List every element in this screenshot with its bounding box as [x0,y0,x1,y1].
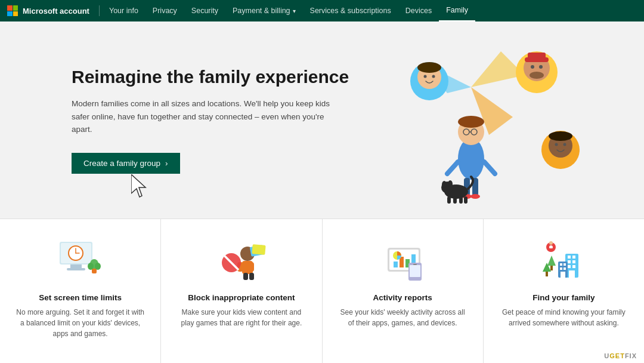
feature-activity: Activity reports See your kids' weekly a… [323,219,484,363]
svg-rect-85 [561,272,565,278]
family-illustration [370,39,596,213]
hero-content: Reimagine the family experience Modern f… [72,66,349,174]
svg-rect-19 [447,196,451,204]
nav-devices[interactable]: Devices [398,0,439,21]
svg-point-12 [470,194,480,199]
svg-rect-79 [569,270,575,278]
svg-rect-76 [572,260,575,263]
create-family-group-button[interactable]: Create a family group › [72,153,180,174]
svg-rect-77 [568,265,571,268]
block-content-desc: Make sure your kids view content and pla… [175,307,307,328]
svg-point-38 [555,143,558,146]
ms-logo-area: Microsoft account [7,5,100,16]
feature-block-content: Block inappropriate content Make sure yo… [161,219,322,363]
svg-rect-84 [564,267,566,270]
svg-point-28 [539,65,543,69]
ms-logo-icon [7,5,18,16]
watermark: UGETFIX [604,352,637,359]
watermark-get: GET [609,352,625,359]
nav-privacy[interactable]: Privacy [145,0,184,21]
svg-rect-22 [464,196,467,204]
mouse-cursor [131,174,150,201]
svg-point-27 [531,65,534,69]
svg-point-33 [424,75,427,78]
svg-rect-64 [394,262,398,267]
svg-point-39 [564,143,566,146]
feature-screen-time: Set screen time limits No more arguing. … [0,219,161,363]
find-family-title: Find your family [532,293,595,302]
svg-rect-82 [564,263,566,266]
svg-point-50 [88,263,94,270]
svg-point-51 [95,263,101,270]
svg-rect-21 [459,196,463,204]
svg-marker-86 [547,256,556,266]
svg-rect-73 [568,256,571,259]
block-content-title: Block inappropriate content [188,293,295,302]
block-content-icon [215,237,268,285]
features-section: Set screen time limits No more arguing. … [0,219,644,363]
activity-desc: See your kids' weekly activity across al… [337,307,469,328]
svg-point-34 [432,75,435,78]
svg-rect-71 [413,264,417,265]
svg-point-32 [417,62,441,73]
svg-rect-56 [243,273,248,280]
svg-rect-87 [550,266,553,270]
activity-title: Activity reports [373,293,432,302]
screen-time-icon [54,237,107,285]
svg-rect-70 [410,265,420,277]
account-title: Microsoft account [23,7,89,16]
find-family-desc: Get peace of mind knowing your family ar… [498,307,630,328]
svg-marker-40 [131,174,145,197]
nav-payment[interactable]: Payment & billing ▾ [225,0,303,21]
svg-rect-20 [453,196,457,204]
svg-rect-83 [560,267,562,270]
nav-security[interactable]: Security [184,0,225,21]
screen-time-title: Set screen time limits [39,293,122,302]
watermark-u: U [604,352,609,359]
watermark-fix: FIX [625,352,637,359]
svg-point-37 [549,131,572,141]
svg-point-17 [442,181,447,188]
svg-point-29 [530,72,544,79]
hero-subtitle: Modern families come in all sizes and lo… [72,97,334,136]
svg-rect-89 [546,272,548,276]
svg-point-93 [549,241,553,245]
screen-time-desc: No more arguing. Set it and forget it wi… [14,307,146,339]
svg-rect-57 [249,273,254,280]
svg-rect-26 [528,53,546,60]
nav-family[interactable]: Family [439,0,475,21]
find-family-icon [537,237,590,285]
payment-dropdown-icon: ▾ [293,8,296,14]
svg-rect-81 [560,263,562,266]
svg-point-18 [448,180,453,187]
svg-rect-55 [248,262,254,272]
activity-icon [376,237,429,285]
svg-rect-43 [70,264,82,268]
svg-line-14 [484,162,495,174]
feature-find-family: Find your family Get peace of mind knowi… [484,219,644,363]
nav-your-info[interactable]: Your info [102,0,145,21]
svg-rect-44 [67,268,85,270]
nav-services[interactable]: Services & subscriptions [303,0,398,21]
svg-line-13 [447,162,458,174]
svg-rect-74 [572,256,575,259]
svg-rect-78 [572,265,575,268]
hero-title: Reimagine the family experience [72,66,349,88]
svg-rect-75 [568,260,571,263]
svg-rect-61 [252,244,265,255]
topbar: Microsoft account Your info Privacy Secu… [0,0,644,21]
svg-point-5 [458,116,484,128]
hero-section: Reimagine the family experience Modern f… [0,21,644,219]
